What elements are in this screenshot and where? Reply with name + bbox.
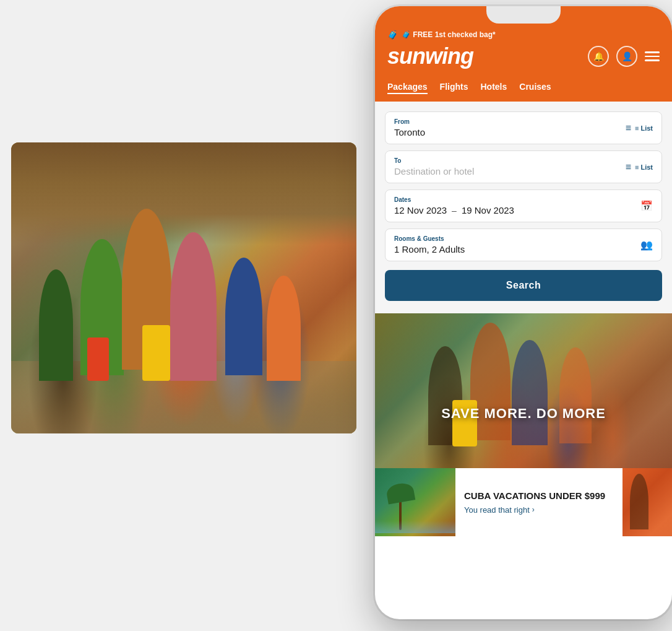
promo-card[interactable]: CUBA VACATIONS UNDER $999 You read that … [375, 468, 672, 536]
promo-subtitle-link[interactable]: You read that right › [464, 505, 614, 515]
tab-cruises[interactable]: Cruises [519, 82, 551, 94]
user-icon: 👤 [622, 51, 632, 61]
nav-tabs: Packages Flights Hotels Cruises [375, 76, 672, 102]
from-list-icon: ≡ ≡ List [626, 123, 653, 134]
guests-field[interactable]: Rooms & Guests 1 Room, 2 Adults 👥 [385, 228, 662, 261]
hero-text: SAVE MORE. DO MORE [441, 406, 606, 422]
promo-thumb-left [375, 468, 455, 536]
menu-button[interactable] [645, 51, 660, 61]
bell-icon: 🔔 [593, 51, 604, 61]
guests-icon: 👥 [640, 239, 653, 251]
from-label: From [394, 118, 425, 125]
tab-packages[interactable]: Packages [387, 82, 428, 94]
user-button[interactable]: 👤 [616, 46, 637, 67]
to-list-icon: ≡ ≡ List [626, 162, 653, 173]
promo-banner-text: 🧳 FREE 1st checked bag* [402, 30, 496, 39]
list-icon: ≡ [626, 123, 631, 134]
promo-info: CUBA VACATIONS UNDER $999 You read that … [455, 468, 622, 536]
header-row: sunwing 🔔 👤 [387, 43, 660, 69]
date-from: 12 Nov 2023 [394, 205, 447, 215]
header-icons: 🔔 👤 [588, 46, 660, 67]
people-icon: 👥 [640, 239, 653, 251]
guests-value: 1 Room, 2 Adults [394, 244, 465, 255]
promo-subtitle-text: You read that right [464, 505, 530, 515]
left-photo [11, 142, 356, 433]
phone-device: 🧳 🧳 FREE 1st checked bag* sunwing 🔔 👤 [375, 6, 672, 619]
to-label: To [394, 157, 474, 164]
from-field[interactable]: From Toronto ≡ ≡ List [385, 111, 662, 144]
date-to: 19 Nov 2023 [462, 205, 514, 215]
calendar-icon-glyph: 📅 [640, 200, 653, 212]
search-form: From Toronto ≡ ≡ List To Destination or … [375, 102, 672, 313]
hero-banner: SAVE MORE. DO MORE [375, 313, 672, 468]
chevron-right-icon: › [532, 505, 535, 514]
from-list-label: ≡ List [635, 124, 653, 132]
logo: sunwing [387, 43, 473, 69]
dates-label: Dates [394, 196, 514, 203]
to-placeholder: Destination or hotel [394, 166, 474, 176]
promo-title: CUBA VACATIONS UNDER $999 [464, 490, 614, 502]
phone-notch [486, 6, 561, 24]
bag-icon: 🧳 [387, 30, 398, 40]
promo-thumb-right [622, 468, 672, 536]
date-separator: – [452, 206, 457, 215]
guests-label: Rooms & Guests [394, 235, 465, 242]
bell-button[interactable]: 🔔 [588, 46, 609, 67]
promo-banner: 🧳 🧳 FREE 1st checked bag* [387, 30, 660, 40]
list-icon-2: ≡ [626, 162, 631, 173]
tab-hotels[interactable]: Hotels [481, 82, 507, 94]
from-value: Toronto [394, 127, 425, 137]
to-field[interactable]: To Destination or hotel ≡ ≡ List [385, 150, 662, 183]
calendar-icon: 📅 [640, 200, 653, 212]
search-button[interactable]: Search [385, 270, 662, 301]
to-list-label: ≡ List [635, 163, 653, 171]
tab-flights[interactable]: Flights [440, 82, 468, 94]
dates-field[interactable]: Dates 12 Nov 2023 – 19 Nov 2023 📅 [385, 189, 662, 222]
